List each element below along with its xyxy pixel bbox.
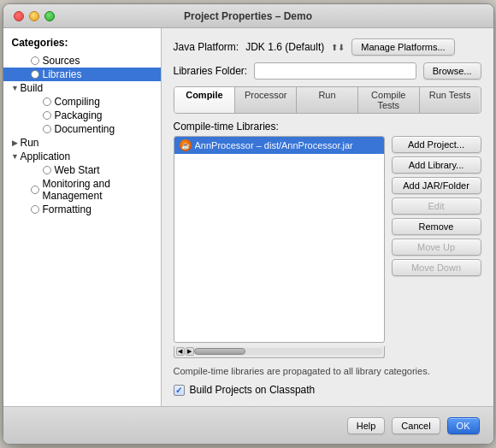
tab-processor[interactable]: Processor (235, 87, 297, 113)
library-item[interactable]: ☕ AnnProcessor – dist/AnnProcessor.jar (174, 137, 384, 154)
move-down-button[interactable]: Move Down (392, 259, 481, 276)
sidebar-item-label: Web Start (55, 164, 100, 176)
dialog-title: Project Properties – Demo (184, 10, 312, 22)
sidebar-item-label: Compiling (55, 96, 100, 108)
content-area: Compile-time Libraries: ☕ AnnProcessor –… (174, 121, 481, 358)
libraries-panel: Compile-time Libraries: ☕ AnnProcessor –… (174, 121, 385, 358)
sidebar-item-label: Run (21, 137, 39, 149)
add-jar-button[interactable]: Add JAR/Folder (392, 177, 481, 194)
dialog-body: Categories: Sources Libraries Build (3, 28, 493, 406)
sidebar-item-sources[interactable]: Sources (3, 54, 161, 68)
tabs-container: Compile Processor Run Compile Tests Run … (174, 86, 481, 114)
dropdown-arrow-icon: ⬆⬇ (331, 43, 345, 52)
build-classpath-checkbox[interactable] (174, 385, 185, 396)
action-buttons-column: Add Project... Add Library... Add JAR/Fo… (392, 121, 481, 358)
tab-run-tests[interactable]: Run Tests (420, 87, 481, 113)
sidebar-item-run[interactable]: Run (3, 136, 161, 150)
scrollbar-area: ◀ ▶ (174, 346, 385, 358)
remove-button[interactable]: Remove (392, 218, 481, 235)
java-platform-row: Java Platform: JDK 1.6 (Default) ⬆⬇ Mana… (174, 38, 481, 56)
categories-label: Categories: (3, 37, 161, 54)
sidebar-item-monitoring[interactable]: Monitoring and Management (3, 177, 161, 203)
bullet-icon (43, 97, 51, 106)
libraries-list[interactable]: ☕ AnnProcessor – dist/AnnProcessor.jar (174, 136, 385, 343)
tab-compile[interactable]: Compile (174, 87, 236, 113)
bullet-icon (43, 125, 51, 133)
sidebar-item-libraries[interactable]: Libraries (3, 68, 161, 81)
right-panel: Java Platform: JDK 1.6 (Default) ⬆⬇ Mana… (162, 28, 493, 406)
arrow-icon (10, 138, 21, 148)
propagation-note: Compile-time libraries are propagated to… (174, 365, 481, 377)
maximize-button[interactable] (44, 11, 55, 21)
scrollbar-track (194, 348, 382, 355)
libraries-folder-row: Libraries Folder: Browse... (174, 62, 481, 80)
dialog: Project Properties – Demo Categories: So… (3, 3, 494, 445)
sidebar-item-application[interactable]: Application (3, 150, 161, 163)
add-library-button[interactable]: Add Library... (392, 156, 481, 174)
tab-compile-tests[interactable]: Compile Tests (358, 87, 420, 113)
cancel-button[interactable]: Cancel (392, 417, 440, 434)
bullet-icon (31, 70, 39, 79)
sidebar-item-label: Application (21, 150, 71, 162)
sidebar-item-packaging[interactable]: Packaging (3, 109, 161, 122)
libraries-section-label: Compile-time Libraries: (174, 121, 385, 133)
sidebar-item-label: Libraries (43, 68, 82, 80)
sidebar-item-label: Formatting (43, 203, 92, 215)
add-project-button[interactable]: Add Project... (392, 136, 481, 153)
sidebar-item-webstart[interactable]: Web Start (3, 163, 161, 177)
help-button[interactable]: Help (347, 417, 386, 434)
scrollbar-thumb[interactable] (194, 348, 245, 355)
build-classpath-row: Build Projects on Classpath (174, 384, 481, 396)
bullet-icon (43, 166, 51, 174)
tab-run[interactable]: Run (297, 87, 358, 113)
scroll-right-button[interactable]: ▶ (186, 347, 194, 356)
library-icon: ☕ (180, 139, 192, 151)
scroll-left-button[interactable]: ◀ (176, 347, 185, 356)
library-name: AnnProcessor – dist/AnnProcessor.jar (195, 140, 353, 150)
titlebar: Project Properties – Demo (3, 4, 493, 28)
sidebar-item-build[interactable]: Build (3, 81, 161, 95)
sidebar-item-label: Packaging (55, 109, 103, 121)
bullet-icon (31, 205, 39, 214)
close-button[interactable] (14, 11, 24, 21)
arrow-icon (10, 83, 21, 93)
libraries-folder-input[interactable] (254, 62, 416, 80)
bullet-icon (31, 56, 39, 65)
sidebar-item-label: Monitoring and Management (43, 178, 161, 202)
build-classpath-label: Build Projects on Classpath (190, 384, 316, 396)
platform-value: JDK 1.6 (Default) (245, 41, 324, 53)
dialog-footer: Help Cancel OK (3, 406, 493, 444)
move-up-button[interactable]: Move Up (392, 239, 481, 256)
sidebar-item-formatting[interactable]: Formatting (3, 203, 161, 216)
traffic-lights (14, 11, 55, 21)
sidebar-item-label: Sources (43, 55, 80, 67)
ok-button[interactable]: OK (447, 417, 480, 434)
sidebar-item-label: Build (21, 82, 44, 94)
bullet-icon (31, 186, 39, 194)
minimize-button[interactable] (29, 11, 39, 21)
arrow-icon (10, 151, 21, 162)
manage-platforms-button[interactable]: Manage Platforms... (351, 38, 454, 56)
edit-button[interactable]: Edit (392, 197, 481, 215)
categories-panel: Categories: Sources Libraries Build (3, 28, 162, 406)
sidebar-item-documenting[interactable]: Documenting (3, 122, 161, 136)
java-platform-label: Java Platform: (174, 41, 239, 53)
browse-button[interactable]: Browse... (423, 62, 481, 80)
platform-select[interactable]: JDK 1.6 (Default) ⬆⬇ (245, 41, 345, 53)
bullet-icon (43, 111, 51, 120)
scroll-arrows: ◀ ▶ (176, 347, 194, 356)
sidebar-item-label: Documenting (55, 123, 115, 135)
sidebar-item-compiling[interactable]: Compiling (3, 95, 161, 109)
libraries-folder-label: Libraries Folder: (174, 65, 248, 77)
